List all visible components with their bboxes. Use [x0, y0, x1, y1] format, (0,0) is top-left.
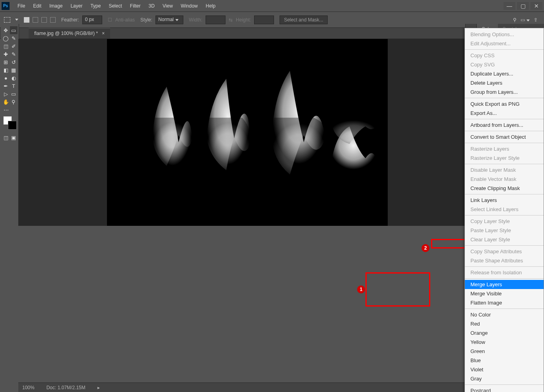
menu-item-quick-export-as-png[interactable]: Quick Export as PNG: [465, 99, 544, 109]
menu-item-yellow[interactable]: Yellow: [465, 338, 544, 347]
height-label: Height:: [236, 17, 251, 23]
blur-tool[interactable]: ●: [2, 74, 10, 82]
type-tool[interactable]: T: [10, 82, 18, 90]
close-tab-icon[interactable]: ×: [102, 31, 105, 36]
menu-3d[interactable]: 3D: [144, 0, 158, 12]
menu-image[interactable]: Image: [45, 0, 66, 12]
menu-item-copy-svg: Copy SVG: [465, 60, 544, 69]
history-brush-tool[interactable]: ↺: [10, 58, 18, 66]
menu-select[interactable]: Select: [105, 0, 126, 12]
menu-item-copy-layer-style: Copy Layer Style: [465, 217, 544, 226]
menu-filter[interactable]: Filter: [126, 0, 145, 12]
menu-item-enable-vector-mask: Enable Vector Mask: [465, 175, 544, 184]
feather-label: Feather:: [61, 17, 79, 23]
selection-mode-icons[interactable]: [24, 17, 56, 23]
menu-item-delete-layers[interactable]: Delete Layers: [465, 78, 544, 87]
menu-layer[interactable]: Layer: [66, 0, 86, 12]
menu-type[interactable]: Type: [86, 0, 105, 12]
flame-image: [107, 39, 388, 226]
stamp-tool[interactable]: ⊞: [2, 58, 10, 66]
maximize-button[interactable]: ▢: [517, 2, 529, 10]
menu-item-disable-layer-mask: Disable Layer Mask: [465, 165, 544, 175]
menu-edit[interactable]: Edit: [29, 0, 45, 12]
dodge-tool[interactable]: ◐: [10, 74, 18, 82]
quick-select-tool[interactable]: ✎: [10, 34, 18, 42]
heal-tool[interactable]: ✚: [2, 50, 10, 58]
menu-item-paste-shape-attributes: Paste Shape Attributes: [465, 256, 544, 265]
zoom-tool[interactable]: ⚲: [10, 98, 18, 106]
canvas-area[interactable]: [18, 39, 476, 226]
search-icon[interactable]: ⚲: [513, 17, 517, 23]
menu-item-green[interactable]: Green: [465, 347, 544, 356]
menu-item-artboard-from-layers[interactable]: Artboard from Layers...: [465, 120, 544, 130]
marquee-tool[interactable]: ▭: [10, 26, 18, 34]
width-label: Width:: [189, 17, 202, 23]
feather-input[interactable]: 0 px: [82, 16, 102, 24]
menu-item-duplicate-layers[interactable]: Duplicate Layers...: [465, 69, 544, 78]
shape-tool[interactable]: ▭: [10, 90, 18, 98]
color-swatches[interactable]: [3, 116, 17, 130]
menu-item-merge-layers[interactable]: Merge Layers: [465, 280, 544, 289]
status-bar: 100% Doc: 1.07M/2.15M ▸: [18, 382, 476, 392]
more-tools[interactable]: ⋯: [2, 106, 10, 114]
menu-item-export-as[interactable]: Export As...: [465, 109, 544, 118]
brush-tool[interactable]: ✎: [10, 50, 18, 58]
menu-item-paste-layer-style: Paste Layer Style: [465, 226, 544, 235]
marquee-tool-icon[interactable]: [4, 17, 10, 23]
pen-tool[interactable]: ✒: [2, 82, 10, 90]
menu-item-group-from-layers[interactable]: Group from Layers...: [465, 87, 544, 97]
height-input: [254, 16, 274, 24]
menu-item-copy-shape-attributes: Copy Shape Attributes: [465, 247, 544, 256]
gradient-tool[interactable]: ▦: [10, 66, 18, 74]
menu-item-violet[interactable]: Violet: [465, 365, 544, 374]
hand-tool[interactable]: ✋: [2, 98, 10, 106]
close-button[interactable]: ✕: [530, 2, 542, 10]
menu-item-rasterize-layers: Rasterize Layers: [465, 144, 544, 153]
screen-mode-icon[interactable]: ▣: [10, 134, 18, 142]
menu-item-gray[interactable]: Gray: [465, 374, 544, 383]
menu-item-release-from-isolation: Release from Isolation: [465, 268, 544, 277]
menu-item-flatten-image[interactable]: Flatten Image: [465, 298, 544, 307]
lasso-tool[interactable]: ◯: [2, 34, 10, 42]
window-controls: — ▢ ✕: [502, 2, 542, 10]
menu-item-postcard[interactable]: Postcard: [465, 386, 544, 392]
eyedropper-tool[interactable]: ✐: [10, 42, 18, 50]
menu-window[interactable]: Window: [177, 0, 202, 12]
menu-item-merge-visible[interactable]: Merge Visible: [465, 289, 544, 298]
menu-item-clear-layer-style: Clear Layer Style: [465, 235, 544, 244]
menu-item-copy-css: Copy CSS: [465, 51, 544, 60]
menu-item-edit-adjustment: Edit Adjustment...: [465, 39, 544, 48]
menu-item-select-linked-layers: Select Linked Layers: [465, 205, 544, 214]
minimize-button[interactable]: —: [503, 2, 515, 10]
status-arrow-icon[interactable]: ▸: [97, 385, 100, 390]
antialias-label: Anti-alias: [115, 17, 135, 23]
swap-icon: ⇆: [229, 17, 233, 23]
menu-item-blue[interactable]: Blue: [465, 356, 544, 365]
crop-tool[interactable]: ◫: [2, 42, 10, 50]
menu-item-no-color[interactable]: No Color: [465, 310, 544, 319]
menu-item-link-layers[interactable]: Link Layers: [465, 196, 544, 205]
share-icon[interactable]: ⇪: [534, 17, 538, 23]
document-tab[interactable]: flame.jpg @ 100% (RGB/8#) * ×: [29, 28, 110, 39]
doc-size: Doc: 1.07M/2.15M: [47, 385, 85, 390]
toolbox: ✥▭ ◯✎ ◫✐ ✚✎ ⊞↺ ◧▦ ●◐ ✒T ▷▭ ✋⚲ ⋯ ◫▣: [1, 24, 19, 144]
options-bar: Feather: 0 px ☐ Anti-alias Style: Normal…: [0, 12, 544, 28]
menu-item-orange[interactable]: Orange: [465, 328, 544, 338]
select-and-mask-button[interactable]: Select and Mask...: [280, 16, 328, 24]
path-tool[interactable]: ▷: [2, 90, 10, 98]
menu-help[interactable]: Help: [202, 0, 220, 12]
document-canvas[interactable]: [107, 39, 388, 226]
menu-file[interactable]: File: [14, 0, 29, 12]
quick-mask-icon[interactable]: ◫: [2, 134, 10, 142]
workspace-icon[interactable]: ▭: [521, 17, 530, 23]
menu-item-create-clipping-mask[interactable]: Create Clipping Mask: [465, 184, 544, 193]
menu-item-red[interactable]: Red: [465, 319, 544, 328]
move-tool[interactable]: ✥: [2, 26, 10, 34]
menu-view[interactable]: View: [159, 0, 177, 12]
zoom-level[interactable]: 100%: [22, 385, 35, 390]
style-select[interactable]: Normal: [155, 16, 183, 24]
width-input: [206, 16, 225, 24]
eraser-tool[interactable]: ◧: [2, 66, 10, 74]
menu-item-rasterize-layer-style: Rasterize Layer Style: [465, 153, 544, 163]
menu-item-convert-to-smart-object[interactable]: Convert to Smart Object: [465, 132, 544, 142]
